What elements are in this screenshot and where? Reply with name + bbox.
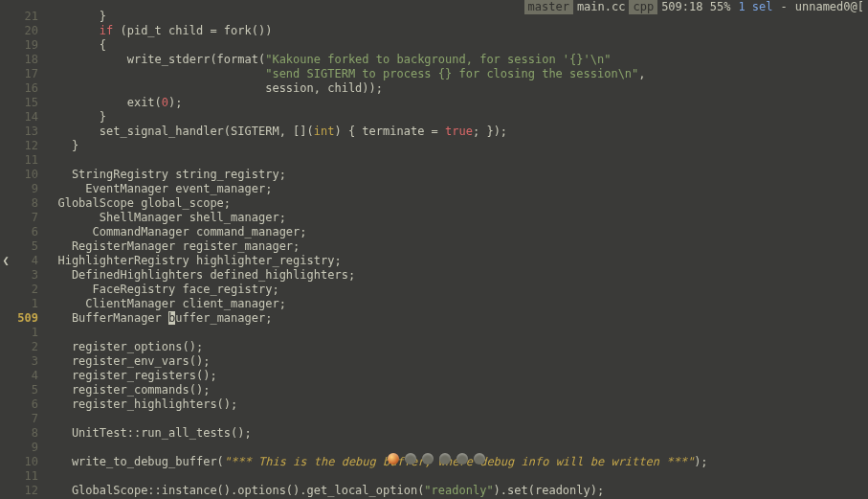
wrap-indicator-icon: ❮ [0,254,11,268]
line-number: 12 [11,484,44,498]
pager-dot[interactable] [474,453,485,465]
code-content: "send SIGTERM to process {} for closing … [44,67,868,81]
code-line[interactable]: 5 register_commands(); [0,383,868,397]
code-line[interactable]: 11 [0,153,868,168]
code-line[interactable]: 4 register_registers(); [0,369,868,383]
wrap-indicator-icon [0,125,11,139]
code-content: register_commands(); [44,383,868,397]
code-line[interactable]: 509 BufferManager buffer_manager; [0,311,868,326]
code-line[interactable]: 3 DefinedHighlighters defined_highlighte… [0,268,868,283]
code-line[interactable]: 11 [0,469,868,484]
code-content: StringRegistry string_registry; [44,168,868,182]
wrap-indicator-icon [0,168,11,182]
code-content: HighlighterRegistry highlighter_registry… [44,254,868,268]
wrap-indicator-icon [0,225,11,239]
wrap-indicator-icon [0,239,11,254]
wrap-indicator-icon [0,455,11,469]
code-content: } [44,139,868,153]
wrap-indicator-icon [0,354,11,369]
code-line[interactable]: 8 UnitTest::run_all_tests(); [0,426,868,441]
wrap-indicator-icon [0,484,11,498]
code-line[interactable]: 10 StringRegistry string_registry; [0,168,868,182]
wrap-indicator-icon [0,283,11,297]
code-line[interactable]: 7 ShellManager shell_manager; [0,211,868,225]
code-content: register_env_vars(); [44,354,868,369]
code-line[interactable]: ❮4 HighlighterRegistry highlighter_regis… [0,254,868,268]
line-number: 8 [11,196,44,211]
line-number: 14 [11,110,44,125]
code-line[interactable]: 16 session, child)); [0,81,868,96]
wrap-indicator-icon [0,297,11,311]
code-content: RegisterManager register_manager; [44,239,868,254]
code-line[interactable]: 17 "send SIGTERM to process {} for closi… [0,67,868,81]
wrap-indicator-icon [0,383,11,397]
pager-dot-active[interactable] [388,453,399,465]
pager-dot[interactable] [439,453,451,465]
code-line[interactable]: 21 } [0,10,868,24]
line-number: 10 [11,455,44,469]
line-number: 7 [11,412,44,426]
code-line[interactable]: 14 } [0,110,868,125]
line-number: 15 [11,96,44,110]
editor-viewport[interactable]: 21 }20 if (pid_t child = fork())19 {18 w… [0,10,868,499]
line-number: 6 [11,225,44,239]
code-content [44,469,868,484]
code-content: UnitTest::run_all_tests(); [44,426,868,441]
code-line[interactable]: 5 RegisterManager register_manager; [0,239,868,254]
wrap-indicator-icon [0,67,11,81]
code-line[interactable]: 19 { [0,38,868,53]
code-content: ClientManager client_manager; [44,297,868,311]
wrap-indicator-icon [0,196,11,211]
wrap-indicator-icon [0,110,11,125]
line-number: 12 [11,139,44,153]
wrap-indicator-icon [0,139,11,153]
line-number: 20 [11,24,44,38]
line-number: 2 [11,283,44,297]
wrap-indicator-icon [0,24,11,38]
code-content [44,326,868,340]
code-line[interactable]: 7 [0,412,868,426]
code-line[interactable]: 6 CommandManager command_manager; [0,225,868,239]
wrap-indicator-icon [0,340,11,354]
code-line[interactable]: 18 write_stderr(format("Kakoune forked t… [0,53,868,67]
code-line[interactable]: 12 } [0,139,868,153]
line-number: 2 [11,340,44,354]
code-content: } [44,110,868,125]
line-number: 8 [11,426,44,441]
code-line[interactable]: 2 register_options(); [0,340,868,354]
pager-dot[interactable] [456,453,468,465]
code-line[interactable]: 1 [0,326,868,340]
code-content: session, child)); [44,81,868,96]
code-line[interactable]: 1 ClientManager client_manager; [0,297,868,311]
line-number: 9 [11,182,44,196]
line-number: 4 [11,369,44,383]
code-content: set_signal_handler(SIGTERM, [](int) { te… [44,125,868,139]
wrap-indicator-icon [0,311,11,326]
code-line[interactable]: 12 GlobalScope::instance().options().get… [0,484,868,498]
line-number: 5 [11,383,44,397]
code-line[interactable]: 9 EventManager event_manager; [0,182,868,196]
code-content: FaceRegistry face_registry; [44,283,868,297]
line-number: 10 [11,168,44,182]
code-line[interactable]: 15 exit(0); [0,96,868,110]
pager-dot[interactable] [405,453,416,465]
wrap-indicator-icon [0,369,11,383]
code-line[interactable]: 3 register_env_vars(); [0,354,868,369]
code-line[interactable]: 20 if (pid_t child = fork()) [0,24,868,38]
code-line[interactable]: 2 FaceRegistry face_registry; [0,283,868,297]
line-number: 13 [11,125,44,139]
pager-dots [388,453,485,465]
code-line[interactable]: 8 GlobalScope global_scope; [0,196,868,211]
line-number: 21 [11,10,44,24]
line-number: 6 [11,397,44,412]
pager-dot[interactable] [422,453,434,465]
code-content: GlobalScope global_scope; [44,196,868,211]
line-number: 17 [11,67,44,81]
wrap-indicator-icon [0,153,11,168]
code-content: register_options(); [44,340,868,354]
line-number: 7 [11,211,44,225]
code-line[interactable]: 6 register_highlighters(); [0,397,868,412]
code-line[interactable]: 13 set_signal_handler(SIGTERM, [](int) {… [0,125,868,139]
wrap-indicator-icon [0,211,11,225]
code-content: BufferManager buffer_manager; [44,311,868,326]
